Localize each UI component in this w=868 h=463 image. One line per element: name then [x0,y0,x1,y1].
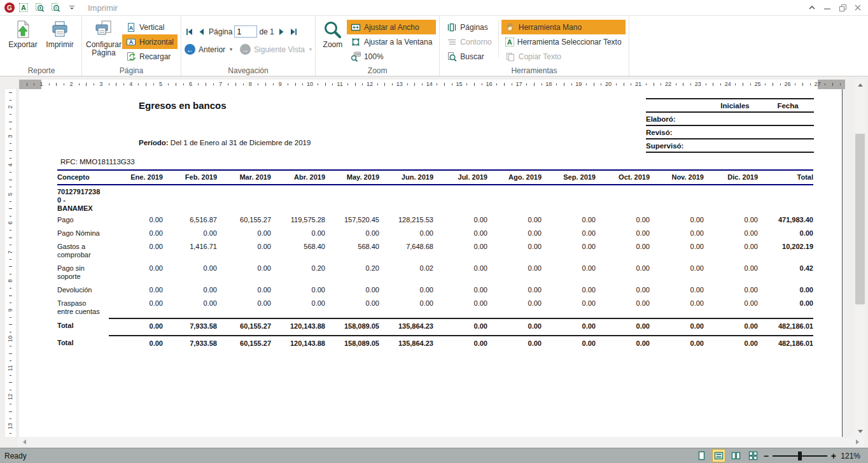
last-page-button[interactable] [288,27,298,37]
previous-page-button[interactable] [197,27,207,37]
select-text-tool-button[interactable]: A Herramienta Seleccionar Texto [501,34,626,49]
scroll-up-button[interactable] [855,80,865,90]
qat-select-text-button[interactable]: A [17,1,31,14]
fit-window-button[interactable]: Ajustar a la Ventana [347,34,436,49]
column-header: Abr. 2019 [271,170,325,185]
vertical-scrollbar[interactable] [855,80,865,437]
cell-value: 0.00 [433,213,487,227]
fit-width-button[interactable]: Ajustar al Ancho [347,20,436,34]
minimize-button[interactable] [820,1,835,14]
search-button[interactable]: Buscar [443,49,495,64]
zoom-in-control[interactable]: + [831,451,836,461]
multi-page-icon [748,451,758,460]
horizontal-label: Horizontal [139,38,174,46]
hand-icon [505,22,515,32]
zoom-100-label: 100% [364,52,384,61]
signoff-table: Iniciales Fecha Elaboró: Revisó: Supervi… [646,98,814,153]
signoff-empty-cell [646,99,708,112]
cell-value: 0.00 [217,262,271,283]
row-label: Devolución [57,283,109,297]
select-text-icon: A [505,38,514,46]
table-cell [487,185,542,213]
single-page-view-button[interactable] [695,449,708,462]
outline-button[interactable]: Contorno [443,34,495,49]
ruler-tick [444,83,445,86]
zoom-button[interactable]: Zoom [319,17,347,66]
qat-customize-button[interactable] [65,1,79,14]
ruler-number: 12 [7,390,13,403]
two-page-view-button[interactable] [729,449,743,462]
ruler-tick [10,418,11,419]
cell-value: 0.00 [650,240,704,262]
restore-button[interactable] [835,1,850,14]
cell-value: 135,864.23 [379,336,433,352]
cell-total: 471,983.40 [758,213,813,227]
scroll-down-button[interactable] [855,426,865,437]
total-label: Total [57,336,109,352]
ruler-tick [325,83,326,86]
single-page-icon [697,451,706,460]
ruler-number: 26 [783,81,793,87]
zoom-percentage: 121% [840,452,860,460]
report-page[interactable]: Egresos en bancos Iniciales Fecha Elabor… [19,89,843,437]
multi-page-view-button[interactable] [746,449,760,462]
collapse-ribbon-button[interactable] [804,1,820,14]
export-button[interactable]: Exportar [4,17,41,66]
next-page-button[interactable] [276,27,286,37]
qat-zoom-in-button[interactable] [32,1,46,14]
page-setup-icon [94,20,113,41]
zoom-slider-handle[interactable] [798,452,802,460]
statusbar: Ready − + 121% [0,448,868,463]
cell-value: 0.00 [433,227,487,240]
orientation-vertical-button[interactable]: A Vertical [122,20,178,34]
copy-text-button[interactable]: Copiar Texto [501,49,626,64]
cell-value: 0.00 [433,318,487,336]
cell-value: 60,155.27 [217,318,271,336]
vertical-scrollbar-thumb[interactable] [855,134,865,304]
ruler-tick [407,83,408,85]
app-window: G A Imprimir [0,0,868,463]
ruler-number: 25 [753,81,763,87]
cell-value: 0.00 [487,213,542,227]
ruler-number: 24 [723,81,733,87]
zoom-100-button[interactable]: 100 100% [347,49,436,64]
zoom-slider[interactable] [773,451,827,461]
ruler-tick [720,83,721,85]
reload-button[interactable]: Recargar [122,49,178,64]
cell-value: 0.00 [109,262,163,283]
ribbon-group-pagina: Configurar Página A Vertical A Horizonta… [82,16,181,76]
ruler-tick [288,83,288,85]
table-cell [217,185,271,213]
cell-value: 0.00 [596,336,650,352]
first-page-button[interactable] [185,27,195,37]
close-button[interactable] [850,1,865,14]
table-cell [758,185,813,213]
next-view-button[interactable]: → Siguiente Vista ▾ [240,44,312,55]
ruler-tick [377,83,378,85]
ruler-tick [765,83,766,85]
previous-view-button[interactable]: ← Anterior ▾ [185,44,232,55]
fit-width-view-button[interactable] [712,449,725,462]
hand-tool-button[interactable]: Herramienta Mano [501,20,626,34]
print-button[interactable]: Imprimir [41,17,78,66]
horizontal-scrollbar[interactable] [18,437,864,447]
page-setup-button[interactable]: Configurar Página [85,17,122,66]
qat-zoom-out-button[interactable] [48,1,62,14]
cell-value: 7,933.58 [163,336,217,352]
page-number-input[interactable] [234,25,257,38]
zoom-out-control[interactable]: − [764,451,769,461]
cell-value: 0.00 [487,240,542,262]
cell-value: 120,143.88 [271,336,325,352]
ruler-tick [347,83,348,85]
vertical-label: Vertical [139,23,164,32]
scroll-right-button[interactable] [852,437,863,447]
cell-value: 0.00 [596,227,650,240]
scroll-left-button[interactable] [19,437,30,447]
ruler-tick [384,83,385,86]
cell-value: 0.00 [433,336,487,352]
ruler-tick [9,208,12,209]
orientation-horizontal-button[interactable]: A Horizontal [122,34,178,49]
ruler-number: 1 [36,81,46,87]
pages-view-button[interactable]: Páginas [443,20,495,34]
ruler-tick [94,83,94,85]
